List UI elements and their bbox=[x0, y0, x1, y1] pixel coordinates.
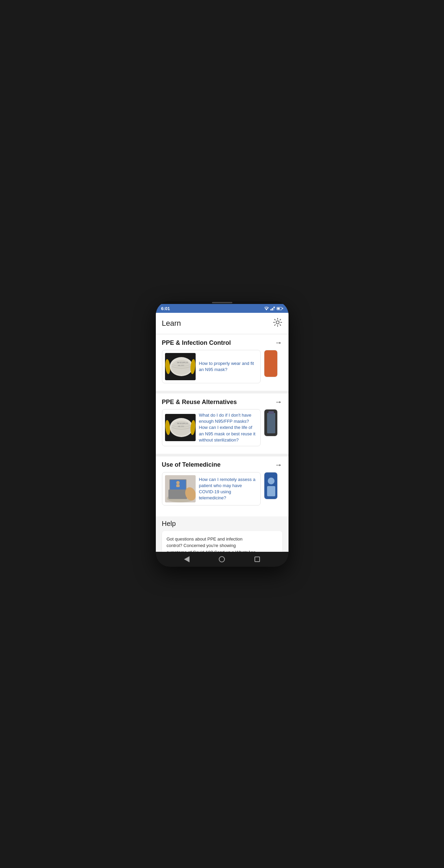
telemedicine-header: Use of Telemedicine → bbox=[156, 456, 289, 472]
telemedicine-image bbox=[165, 475, 196, 502]
telemedicine-card-0[interactable]: How can I remotely assess a patient who … bbox=[162, 472, 261, 505]
ppe-infection-card-0-text: How to properly wear and fit an N95 mask… bbox=[199, 360, 258, 373]
status-bar: 6:01 bbox=[156, 304, 289, 313]
wifi-icon bbox=[264, 306, 269, 310]
status-time: 6:01 bbox=[161, 306, 170, 311]
svg-rect-30 bbox=[176, 484, 180, 487]
whatsapp-help-text: Got questions about PPE and infection co… bbox=[167, 536, 278, 552]
svg-point-6 bbox=[276, 321, 279, 324]
svg-rect-2 bbox=[272, 308, 273, 310]
ppe-reuse-title: PPE & Reuse Alternatives bbox=[162, 399, 237, 406]
phone-frame: 6:01 bbox=[156, 301, 289, 567]
app-header: Learn bbox=[156, 313, 289, 334]
page-title: Learn bbox=[162, 319, 181, 328]
svg-text:N95 FFP2: N95 FFP2 bbox=[178, 425, 184, 427]
signal-icon bbox=[270, 306, 275, 310]
telemedicine-arrow[interactable]: → bbox=[275, 461, 282, 469]
ppe-infection-header: PPE & Infection Control → bbox=[156, 334, 289, 350]
svg-point-0 bbox=[266, 310, 267, 310]
recents-button[interactable] bbox=[254, 556, 261, 563]
ppe-infection-section: PPE & Infection Control → bbox=[156, 334, 289, 388]
ppe-reuse-header: PPE & Reuse Alternatives → bbox=[156, 393, 289, 409]
telemedicine-card-peek bbox=[264, 472, 278, 499]
telemedicine-title: Use of Telemedicine bbox=[162, 461, 221, 468]
help-section: Help Got questions about PPE and infecti… bbox=[156, 516, 289, 552]
telemedicine-card-0-text: How can I remotely assess a patient who … bbox=[199, 477, 258, 501]
telemedicine-section: Use of Telemedicine → bbox=[156, 454, 289, 510]
svg-point-29 bbox=[176, 481, 180, 484]
svg-rect-1 bbox=[270, 309, 272, 310]
battery-icon bbox=[277, 307, 283, 310]
notch-bar bbox=[156, 301, 289, 304]
svg-rect-34 bbox=[267, 486, 275, 496]
ppe-reuse-cards-row: 3M 9210PLUS N95 FFP2 What do I do if I d… bbox=[156, 409, 289, 451]
ppe-reuse-section: PPE & Reuse Alternatives → bbox=[156, 391, 289, 451]
ppe-infection-card-peek bbox=[264, 350, 278, 377]
ppe-infection-title: PPE & Infection Control bbox=[162, 339, 231, 347]
whatsapp-help-card: Got questions about PPE and infection co… bbox=[162, 531, 282, 552]
home-button[interactable] bbox=[218, 556, 225, 563]
svg-text:N95 FFP2: N95 FFP2 bbox=[178, 365, 184, 366]
bottom-nav bbox=[156, 552, 289, 567]
ppe-reuse-card-peek bbox=[264, 409, 278, 436]
svg-text:3M 9210PLUS: 3M 9210PLUS bbox=[177, 422, 188, 424]
content-area: PPE & Infection Control → bbox=[156, 334, 289, 516]
status-icons bbox=[264, 306, 283, 310]
ppe-infection-card-0[interactable]: 3M 9210PLUS N95 FFP2 How to properly wea… bbox=[162, 350, 261, 383]
ppe-infection-cards-row: 3M 9210PLUS N95 FFP2 How to properly wea… bbox=[156, 350, 289, 388]
ppe-reuse-card-0[interactable]: 3M 9210PLUS N95 FFP2 What do I do if I d… bbox=[162, 409, 261, 446]
telemedicine-cards-row: How can I remotely assess a patient who … bbox=[156, 472, 289, 510]
screen: Learn PPE & Infection Control → bbox=[156, 313, 289, 552]
n95-mask-image-2: 3M 9210PLUS N95 FFP2 bbox=[165, 414, 196, 441]
notch-pill bbox=[212, 302, 232, 303]
n95-mask-image: 3M 9210PLUS N95 FFP2 bbox=[165, 353, 196, 380]
ppe-reuse-arrow[interactable]: → bbox=[275, 398, 282, 406]
back-button[interactable] bbox=[183, 556, 190, 563]
help-title: Help bbox=[162, 520, 282, 528]
svg-text:3M 9210PLUS: 3M 9210PLUS bbox=[177, 361, 188, 364]
settings-icon[interactable] bbox=[273, 318, 282, 329]
ppe-reuse-card-0-text: What do I do if I don't have enough N95/… bbox=[199, 412, 258, 443]
ppe-infection-arrow[interactable]: → bbox=[275, 338, 282, 347]
svg-rect-23 bbox=[268, 411, 274, 414]
svg-rect-26 bbox=[168, 489, 187, 499]
svg-point-33 bbox=[268, 478, 275, 484]
svg-rect-22 bbox=[267, 413, 275, 433]
